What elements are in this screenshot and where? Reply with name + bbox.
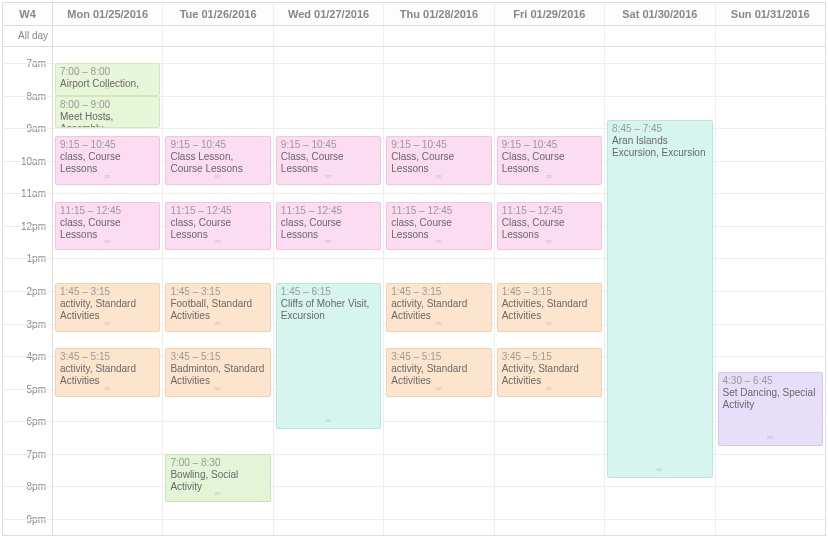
calendar-event[interactable]: 7:00 – 8:30Bowling, Social Activity═: [165, 454, 270, 503]
hour-gridline: [163, 96, 272, 97]
day-header[interactable]: Tue 01/26/2016: [163, 3, 273, 25]
event-title: Class, Course Lessons: [391, 151, 486, 175]
day-column[interactable]: 4:30 – 6:45Set Dancing, Special Activity…: [716, 47, 825, 535]
hour-gridline: [3, 389, 52, 390]
hour-gridline: [53, 258, 162, 259]
calendar-event[interactable]: 8:45 – 7:45Aran Islands Excursion, Excur…: [607, 120, 712, 478]
day-column[interactable]: 9:15 – 10:45Class Lesson, Course Lessons…: [163, 47, 273, 535]
event-time: 9:15 – 10:45: [170, 139, 265, 151]
hour-gridline: [495, 96, 604, 97]
event-title: Airport Collection,: [60, 78, 155, 90]
hour-gridline: [163, 63, 272, 64]
event-title: activity, Standard Activities: [391, 298, 486, 322]
event-title: class, Course Lessons: [391, 217, 486, 241]
calendar-event[interactable]: 11:15 – 12:45class, Course Lessons═: [55, 202, 160, 251]
calendar-event[interactable]: 3:45 – 5:15activity, Standard Activities…: [386, 348, 491, 397]
allday-cell[interactable]: [605, 26, 715, 46]
calendar-event[interactable]: 1:45 – 3:15Football, Standard Activities…: [165, 283, 270, 332]
hour-gridline: [716, 226, 825, 227]
hour-gridline: [163, 421, 272, 422]
hour-gridline: [3, 356, 52, 357]
event-title: Aran Islands Excursion, Excursion: [612, 135, 707, 159]
event-time: 1:45 – 6:15: [281, 286, 376, 298]
hour-gridline: [495, 519, 604, 520]
event-title: Class, Course Lessons: [281, 151, 376, 175]
allday-cell[interactable]: [53, 26, 163, 46]
event-time: 1:45 – 3:15: [391, 286, 486, 298]
day-header[interactable]: Thu 01/28/2016: [384, 3, 494, 25]
event-title: Badminton, Standard Activities: [170, 363, 265, 387]
event-resize-handle[interactable]: ═: [608, 464, 711, 476]
hour-gridline: [716, 258, 825, 259]
hour-gridline: [53, 421, 162, 422]
event-title: activity, Standard Activities: [60, 298, 155, 322]
hour-gridline: [716, 454, 825, 455]
calendar-event[interactable]: 11:15 – 12:45class, Course Lessons═: [386, 202, 491, 251]
event-time: 9:15 – 10:45: [281, 139, 376, 151]
day-column[interactable]: 9:15 – 10:45Class, Course Lessons═11:15 …: [274, 47, 384, 535]
day-header[interactable]: Wed 01/27/2016: [274, 3, 384, 25]
hour-gridline: [53, 454, 162, 455]
day-header[interactable]: Sun 01/31/2016: [716, 3, 825, 25]
allday-cell[interactable]: [274, 26, 384, 46]
day-column[interactable]: 7:00 – 8:00Airport Collection,═8:00 – 9:…: [53, 47, 163, 535]
calendar-event[interactable]: 9:15 – 10:45Class, Course Lessons═: [276, 136, 381, 185]
hour-gridline: [384, 486, 493, 487]
hour-gridline: [605, 63, 714, 64]
event-resize-handle[interactable]: ═: [719, 432, 822, 444]
calendar-event[interactable]: 4:30 – 6:45Set Dancing, Special Activity…: [718, 372, 823, 445]
calendar-event[interactable]: 1:45 – 6:15Cliffs of Moher Visit, Excurs…: [276, 283, 381, 429]
hour-gridline: [495, 486, 604, 487]
day-header[interactable]: Sat 01/30/2016: [605, 3, 715, 25]
event-time: 3:45 – 5:15: [502, 351, 597, 363]
event-resize-handle[interactable]: ═: [277, 415, 380, 427]
event-time: 1:45 – 3:15: [170, 286, 265, 298]
hour-gridline: [3, 291, 52, 292]
hour-gridline: [3, 193, 52, 194]
day-column[interactable]: 8:45 – 7:45Aran Islands Excursion, Excur…: [605, 47, 715, 535]
calendar-event[interactable]: 3:45 – 5:15activity, Standard Activities…: [55, 348, 160, 397]
calendar-event[interactable]: 9:15 – 10:45Class, Course Lessons═: [386, 136, 491, 185]
hour-gridline: [274, 63, 383, 64]
calendar-event[interactable]: 11:15 – 12:45class, Course Lessons═: [276, 202, 381, 251]
hour-gridline: [3, 258, 52, 259]
event-title: class, Course Lessons: [281, 217, 376, 241]
hour-gridline: [3, 63, 52, 64]
hour-gridline: [3, 96, 52, 97]
day-header[interactable]: Mon 01/25/2016: [53, 3, 163, 25]
calendar-body[interactable]: 7am8am9am10am11am12pm1pm2pm3pm4pm5pm6pm7…: [3, 47, 825, 535]
hour-gridline: [3, 519, 52, 520]
day-column[interactable]: 9:15 – 10:45Class, Course Lessons═11:15 …: [495, 47, 605, 535]
hour-gridline: [495, 454, 604, 455]
event-title: Class, Course Lessons: [502, 151, 597, 175]
calendar-event[interactable]: 11:15 – 12:45Class, Course Lessons═: [497, 202, 602, 251]
event-title: Football, Standard Activities: [170, 298, 265, 322]
allday-cell[interactable]: [495, 26, 605, 46]
event-title: Cliffs of Moher Visit, Excursion: [281, 298, 376, 322]
event-title: Activity, Standard Activities: [502, 363, 597, 387]
calendar-event[interactable]: 9:15 – 10:45Class Lesson, Course Lessons…: [165, 136, 270, 185]
calendar-week-view: W4 Mon 01/25/2016Tue 01/26/2016Wed 01/27…: [2, 2, 826, 536]
hour-gridline: [53, 193, 162, 194]
calendar-event[interactable]: 1:45 – 3:15activity, Standard Activities…: [55, 283, 160, 332]
calendar-event[interactable]: 11:15 – 12:45class, Course Lessons═: [165, 202, 270, 251]
allday-cell[interactable]: [384, 26, 494, 46]
calendar-event[interactable]: 8:00 – 9:00Meet Hosts, Assembly═: [55, 96, 160, 129]
allday-cell[interactable]: [716, 26, 825, 46]
calendar-event[interactable]: 1:45 – 3:15activity, Standard Activities…: [386, 283, 491, 332]
calendar-event[interactable]: 9:15 – 10:45Class, Course Lessons═: [497, 136, 602, 185]
calendar-event[interactable]: 3:45 – 5:15Activity, Standard Activities…: [497, 348, 602, 397]
day-header[interactable]: Fri 01/29/2016: [495, 3, 605, 25]
allday-row: All day: [3, 26, 825, 47]
hour-gridline: [495, 63, 604, 64]
event-time: 9:15 – 10:45: [60, 139, 155, 151]
calendar-header-row: W4 Mon 01/25/2016Tue 01/26/2016Wed 01/27…: [3, 3, 825, 26]
calendar-event[interactable]: 3:45 – 5:15Badminton, Standard Activitie…: [165, 348, 270, 397]
calendar-event[interactable]: 1:45 – 3:15Activities, Standard Activiti…: [497, 283, 602, 332]
day-column[interactable]: 9:15 – 10:45Class, Course Lessons═11:15 …: [384, 47, 494, 535]
calendar-event[interactable]: 7:00 – 8:00Airport Collection,═: [55, 63, 160, 96]
allday-cell[interactable]: [163, 26, 273, 46]
hour-gridline: [53, 486, 162, 487]
event-time: 9:15 – 10:45: [502, 139, 597, 151]
calendar-event[interactable]: 9:15 – 10:45class, Course Lessons═: [55, 136, 160, 185]
